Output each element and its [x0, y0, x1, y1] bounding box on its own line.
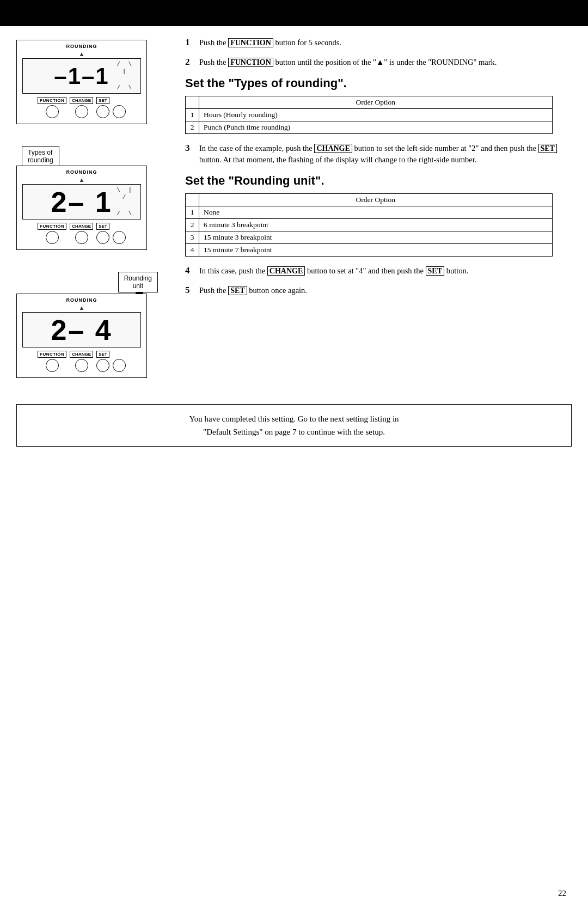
- set-highlight-4: SET: [426, 266, 444, 276]
- step-text-1: Push the FUNCTION button for 5 seconds.: [199, 37, 341, 49]
- function-btn-group-3: FUNCTION: [38, 351, 66, 372]
- set-btn-group-3: SET: [96, 351, 109, 372]
- set-circle-2[interactable]: [96, 231, 109, 244]
- main-content: ROUNDING ▲ –1–1 / \ | / \ FUNCTION C: [0, 26, 588, 393]
- rounding-row-1: 1 None: [186, 206, 553, 219]
- change-circle-3[interactable]: [75, 359, 88, 372]
- set-btn-group-2: SET: [96, 223, 109, 244]
- callout-types: Types of rounding: [22, 146, 59, 167]
- tick-marks-1: / \ |: [117, 61, 134, 75]
- device-display-1: –1–1 / \ | / \: [22, 58, 141, 94]
- callout-wrapper-3: Rounding unit: [16, 272, 158, 292]
- step-1: 1 Push the FUNCTION button for 5 seconds…: [185, 37, 572, 49]
- function-circle-1[interactable]: [46, 105, 59, 118]
- button-row-3: FUNCTION CHANGE SET x: [22, 351, 141, 372]
- step-2: 2 Push the FUNCTION button until the pos…: [185, 57, 572, 69]
- step-5: 5 Push the SET button once again.: [185, 285, 572, 297]
- set-label-1: SET: [96, 97, 109, 104]
- rounding-row-4: 4 15 minute 7 breakpoint: [186, 244, 553, 257]
- function-btn-group-2: FUNCTION: [38, 223, 66, 244]
- step-text-4: In this case, push the CHANGE button to …: [199, 265, 468, 277]
- step-4: 4 In this case, push the CHANGE button t…: [185, 265, 572, 277]
- arrow-up-2: ▲: [22, 176, 141, 183]
- types-row-2-num: 2: [186, 121, 199, 133]
- device-display-2: 2– 1 \ | / / \: [22, 184, 141, 219]
- set-circle-1[interactable]: [96, 105, 109, 118]
- change-circle-1[interactable]: [75, 105, 88, 118]
- step-num-5: 5: [185, 285, 195, 296]
- right-column: 1 Push the FUNCTION button for 5 seconds…: [180, 37, 572, 382]
- arrow-up-1: ▲: [22, 51, 141, 57]
- rounding-label-2: ROUNDING: [22, 169, 141, 175]
- rounding-col-order: [186, 194, 199, 206]
- rounding-col-option: Order Option: [199, 194, 553, 206]
- set-highlight-3: SET: [538, 144, 557, 153]
- display-text-3: 2– 4: [51, 314, 112, 346]
- device-diagram-2: Types of rounding ROUNDING ▲ 2– 1 \ | / …: [16, 146, 169, 250]
- tick-marks-2: \ | /: [117, 187, 134, 201]
- function-highlight-2: FUNCTION: [228, 58, 273, 67]
- rounding-table-header: Order Option: [186, 194, 553, 206]
- change-circle-2[interactable]: [75, 231, 88, 244]
- types-row-1: 1 Hours (Hourly rounding): [186, 108, 553, 121]
- callout-rounding-text: Rounding unit: [124, 274, 152, 290]
- change-highlight-4: CHANGE: [267, 266, 305, 276]
- step-text-5: Push the SET button once again.: [199, 285, 307, 297]
- types-row-2: 2 Punch (Punch time rounding): [186, 121, 553, 133]
- function-circle-2[interactable]: [46, 231, 59, 244]
- display-text-1: –1–1: [54, 63, 109, 89]
- rounding-row-3-num: 3: [186, 231, 199, 244]
- button-row-1: FUNCTION CHANGE SET x: [22, 97, 141, 118]
- callout-rounding-unit: Rounding unit: [118, 272, 158, 292]
- set-highlight-5: SET: [228, 286, 247, 295]
- change-btn-group-2: CHANGE: [70, 223, 93, 244]
- arrow-up-3: ▲: [22, 304, 141, 311]
- change-btn-group-3: CHANGE: [70, 351, 93, 372]
- extra-btn-3[interactable]: [113, 359, 126, 372]
- device-box-2: ROUNDING ▲ 2– 1 \ | / / \ FUNCTION CH: [16, 166, 147, 250]
- display-text-2: 2– 1: [51, 186, 112, 218]
- set-btn-group-1: SET: [96, 97, 109, 118]
- bottom-note-line1: You have completed this setting. Go to t…: [28, 412, 560, 425]
- change-label-1: CHANGE: [70, 97, 93, 104]
- extra-circle-3: x: [113, 351, 126, 372]
- extra-btn-2[interactable]: [113, 231, 126, 244]
- set-label-3: SET: [96, 351, 109, 358]
- rounding-row-3: 3 15 minute 3 breakpoint: [186, 231, 553, 244]
- extra-btn-1[interactable]: [113, 105, 126, 118]
- function-label-1: FUNCTION: [38, 97, 66, 104]
- step-num-1: 1: [185, 37, 195, 48]
- button-row-2: FUNCTION CHANGE SET x: [22, 223, 141, 244]
- function-btn-group-1: FUNCTION: [38, 97, 66, 118]
- types-row-2-val: Punch (Punch time rounding): [199, 121, 553, 133]
- step-text-2: Push the FUNCTION button until the posit…: [199, 57, 497, 69]
- top-bar: [0, 0, 588, 26]
- section-title-types: Set the "Types of rounding".: [185, 76, 572, 90]
- bottom-note: You have completed this setting. Go to t…: [16, 404, 572, 447]
- device-box-1: ROUNDING ▲ –1–1 / \ | / \ FUNCTION C: [16, 40, 147, 124]
- device-box-3: ROUNDING ▲ 2– 4 FUNCTION CHANGE: [16, 294, 147, 378]
- rounding-row-2-val: 6 minute 3 breakpoint: [199, 219, 553, 231]
- device-diagram-1: ROUNDING ▲ –1–1 / \ | / \ FUNCTION C: [16, 40, 169, 124]
- callout-types-text: Types of rounding: [28, 149, 53, 164]
- set-label-2: SET: [96, 223, 109, 230]
- rounding-label-3: ROUNDING: [22, 297, 141, 303]
- step-3: 3 In the case of the example, push the C…: [185, 143, 572, 167]
- function-circle-3[interactable]: [46, 359, 59, 372]
- rounding-row-2: 2 6 minute 3 breakpoint: [186, 219, 553, 231]
- rounding-row-2-num: 2: [186, 219, 199, 231]
- types-col-option: Order Option: [199, 96, 553, 108]
- device-display-3: 2– 4: [22, 312, 141, 347]
- change-label-2: CHANGE: [70, 223, 93, 230]
- extra-circle-2: x: [113, 223, 126, 244]
- change-highlight-3: CHANGE: [314, 144, 352, 153]
- rounding-row-1-val: None: [199, 206, 553, 219]
- step-num-3: 3: [185, 143, 195, 154]
- types-table: Order Option 1 Hours (Hourly rounding) 2…: [185, 96, 553, 134]
- set-circle-3[interactable]: [96, 359, 109, 372]
- types-row-1-num: 1: [186, 108, 199, 121]
- tick-marks-bl-1: / \: [117, 84, 134, 91]
- types-row-1-val: Hours (Hourly rounding): [199, 108, 553, 121]
- types-col-order: [186, 96, 199, 108]
- rounding-label-1: ROUNDING: [22, 44, 141, 49]
